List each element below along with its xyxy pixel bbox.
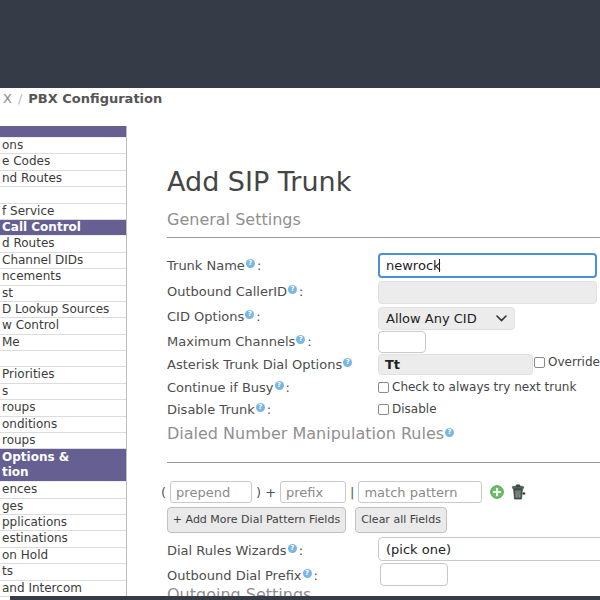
section-divider bbox=[167, 462, 600, 463]
sidebar-section-header: Call Control bbox=[0, 220, 126, 236]
continue-if-busy-label: Continue if Busy?: bbox=[167, 380, 290, 395]
continue-if-busy-checkbox[interactable] bbox=[378, 382, 389, 393]
dial-rules-wizards-label: Dial Rules Wizards?: bbox=[167, 543, 303, 558]
override-checkbox[interactable] bbox=[534, 357, 545, 368]
match-pattern-input[interactable] bbox=[358, 481, 482, 503]
help-icon[interactable]: ? bbox=[445, 428, 454, 437]
sidebar-item[interactable]: ons bbox=[0, 138, 126, 154]
outbound-dial-prefix-label: Outbound Dial Prefix?: bbox=[167, 568, 318, 583]
help-icon[interactable]: ? bbox=[275, 381, 284, 390]
prefix-input[interactable] bbox=[280, 481, 346, 503]
pattern-plus-sign: + bbox=[265, 485, 276, 500]
sidebar-item[interactable]: f Service bbox=[0, 204, 126, 220]
sidebar-item[interactable]: estinations bbox=[0, 531, 126, 547]
pattern-open-paren: ( bbox=[161, 485, 166, 500]
sidebar-item[interactable]: d Routes bbox=[0, 236, 126, 252]
help-icon[interactable]: ? bbox=[343, 358, 352, 367]
sidebar-item[interactable]: ncements bbox=[0, 269, 126, 285]
sidebar-item[interactable] bbox=[0, 351, 126, 367]
sidebar-item[interactable]: st bbox=[0, 286, 126, 302]
sidebar-item[interactable]: nd Routes bbox=[0, 171, 126, 187]
dial-rules-heading: Dialed Number Manipulation Rules? bbox=[167, 424, 454, 443]
add-more-fields-button[interactable]: + Add More Dial Pattern Fields bbox=[167, 507, 346, 533]
outbound-dial-prefix-input[interactable] bbox=[380, 563, 448, 586]
help-icon[interactable]: ? bbox=[288, 544, 297, 553]
disable-trunk-option: Disable bbox=[378, 402, 437, 416]
sidebar-item[interactable]: D Lookup Sources bbox=[0, 302, 126, 318]
main-content: Add SIP Trunk General Settings Trunk Nam… bbox=[130, 126, 600, 600]
help-icon[interactable]: ? bbox=[256, 403, 265, 412]
trunk-name-label: Trunk Name?: bbox=[167, 258, 261, 273]
disable-trunk-checkbox[interactable] bbox=[378, 404, 389, 415]
dial-rules-wizards-select[interactable]: (pick one) bbox=[378, 537, 600, 561]
outbound-callerid-input[interactable] bbox=[378, 281, 597, 304]
dial-options-label: Asterisk Trunk Dial Options? bbox=[167, 357, 352, 372]
page-title: Add SIP Trunk bbox=[167, 166, 351, 197]
sidebar-item[interactable]: roups bbox=[0, 433, 126, 449]
sidebar-item[interactable]: ences bbox=[0, 482, 126, 498]
help-icon[interactable]: ? bbox=[288, 285, 297, 294]
maximum-channels-label: Maximum Channels?: bbox=[167, 334, 312, 349]
sidebar-menu: onse Codesnd Routesf ServiceCall Control… bbox=[0, 126, 127, 597]
continue-if-busy-option: Check to always try next trunk bbox=[378, 380, 576, 394]
top-navigation-bar bbox=[0, 0, 600, 88]
sidebar-item[interactable] bbox=[0, 187, 126, 203]
sidebar-item[interactable]: ges bbox=[0, 499, 126, 515]
trash-icon[interactable] bbox=[510, 484, 527, 500]
trunk-name-field bbox=[378, 253, 597, 278]
help-icon[interactable]: ? bbox=[303, 569, 312, 578]
sidebar-item[interactable]: onditions bbox=[0, 417, 126, 433]
chevron-down-icon bbox=[496, 315, 507, 322]
sidebar-item[interactable]: and Intercom bbox=[0, 581, 126, 597]
dial-options-value: Tt bbox=[378, 354, 533, 375]
sidebar-item[interactable]: roups bbox=[0, 400, 126, 416]
add-pattern-icon[interactable] bbox=[490, 485, 504, 499]
sidebar-item[interactable]: e Codes bbox=[0, 154, 126, 170]
breadcrumb-current: PBX Configuration bbox=[28, 91, 162, 106]
sidebar-item[interactable]: s bbox=[0, 384, 126, 400]
pattern-pipe-sign: | bbox=[350, 485, 354, 500]
general-settings-heading: General Settings bbox=[167, 210, 301, 229]
sidebar-item[interactable]: pplications bbox=[0, 515, 126, 531]
sidebar-item[interactable]: Priorities bbox=[0, 367, 126, 383]
clear-fields-button[interactable]: Clear all Fields bbox=[355, 507, 447, 533]
trunk-name-input[interactable] bbox=[380, 255, 595, 276]
bottom-divider-bar bbox=[10, 596, 600, 600]
cid-options-select[interactable]: Allow Any CID bbox=[378, 307, 515, 330]
breadcrumb-link[interactable]: X bbox=[3, 91, 12, 106]
help-icon[interactable]: ? bbox=[296, 335, 305, 344]
help-icon[interactable]: ? bbox=[245, 310, 254, 319]
sidebar-item[interactable]: w Control bbox=[0, 318, 126, 334]
breadcrumb-separator: / bbox=[18, 91, 22, 106]
maximum-channels-input[interactable] bbox=[378, 331, 426, 353]
help-icon[interactable]: ? bbox=[246, 259, 255, 268]
text-cursor bbox=[439, 259, 440, 272]
pattern-close-paren: ) bbox=[256, 485, 261, 500]
sidebar-section-header bbox=[0, 126, 126, 138]
breadcrumb: X/PBX Configuration bbox=[3, 91, 162, 106]
cid-options-label: CID Options?: bbox=[167, 309, 261, 324]
outbound-callerid-label: Outbound CallerID?: bbox=[167, 284, 303, 299]
sidebar-section-header: Options &tion bbox=[0, 449, 126, 482]
sidebar-item[interactable]: on Hold bbox=[0, 548, 126, 564]
sidebar-item[interactable]: ts bbox=[0, 564, 126, 580]
sidebar-item[interactable]: Me bbox=[0, 335, 126, 351]
section-divider bbox=[167, 237, 600, 238]
prepend-input[interactable] bbox=[170, 481, 252, 503]
sidebar-item[interactable]: Channel DIDs bbox=[0, 253, 126, 269]
disable-trunk-label: Disable Trunk?: bbox=[167, 402, 271, 417]
dial-pattern-row: ( ) + | bbox=[161, 481, 527, 503]
override-option: Override bbox=[534, 355, 600, 369]
